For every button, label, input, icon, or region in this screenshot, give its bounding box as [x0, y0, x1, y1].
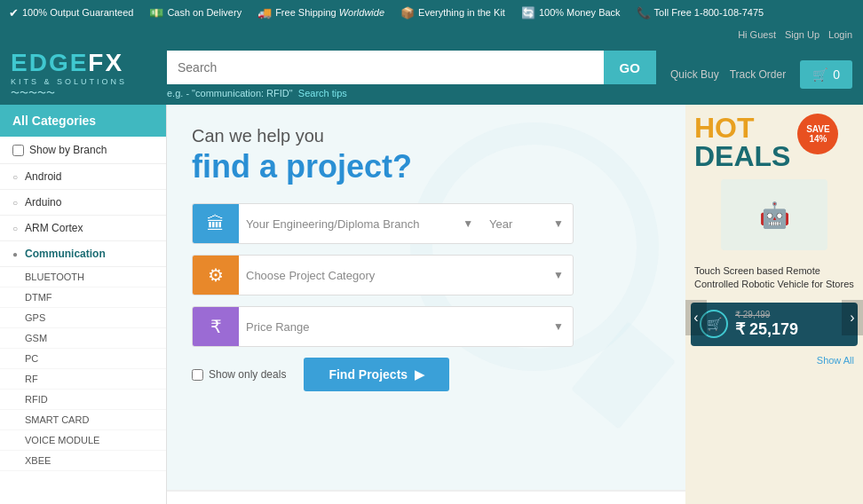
top-bar-items: ✔ 100% Output Guaranteed 💵 Cash on Deliv… — [9, 6, 764, 20]
price-icon-box: ₹ — [193, 306, 239, 347]
price-select[interactable]: Price Range — [239, 320, 544, 334]
show-deals-checkbox[interactable] — [192, 369, 203, 381]
sidebar-sub-item-rf[interactable]: RF — [0, 369, 166, 390]
box-icon: 📦 — [400, 6, 415, 20]
hot-deals-text: HOT DEALS — [694, 114, 790, 170]
sidebar-item-android[interactable]: ○ Android — [0, 164, 166, 190]
sidebar: All Categories Show by Branch ○ Android … — [0, 105, 167, 504]
category-filter-row: ⚙ Choose Project Category ▼ — [192, 255, 574, 295]
branch-select[interactable]: Your Engineering/Diploma Branch — [239, 217, 454, 231]
product-title: Touch Screen based Remote Controlled Rob… — [685, 259, 863, 297]
save-pct: 14% — [809, 134, 827, 144]
bullet-icon: ○ — [12, 224, 18, 233]
product-image: 🤖 — [721, 179, 827, 250]
sidebar-label-arm-cortex: ARM Cortex — [25, 222, 83, 234]
top-bar-kit-label: Everything in the Kit — [418, 7, 505, 18]
sidebar-sub-item-smart-card[interactable]: SMART CARD — [0, 410, 166, 430]
logo-text: EDGEFX — [11, 51, 123, 75]
branch-chevron-icon: ▼ — [454, 217, 482, 230]
show-by-branch-label: Show by Branch — [29, 144, 107, 156]
year-select[interactable]: Year — [482, 217, 544, 231]
sidebar-sub-item-gsm[interactable]: GSM — [0, 328, 166, 349]
phone-icon: 📞 — [637, 6, 651, 20]
sidebar-sub-item-gps[interactable]: GPS — [0, 308, 166, 328]
login-link[interactable]: Login — [828, 29, 852, 40]
sidebar-sub-item-pc[interactable]: PC — [0, 349, 166, 369]
bullet-icon: ○ — [12, 172, 18, 182]
cart-button[interactable]: 🛒 0 — [800, 60, 852, 89]
truck-icon: 🚚 — [257, 6, 272, 20]
refresh-icon: 🔄 — [521, 6, 535, 20]
content-area: Can we help you find a project? 🏛 Your E… — [167, 105, 685, 504]
search-tips-link[interactable]: Search tips — [298, 88, 347, 98]
find-projects-button[interactable]: Find Projects ▶ — [304, 358, 449, 391]
price-chevron-icon: ▼ — [544, 320, 573, 333]
bullet-icon: ○ — [12, 198, 18, 208]
top-bar: ✔ 100% Output Guaranteed 💵 Cash on Deliv… — [0, 0, 863, 25]
find-project-heading: Can we help you — [192, 126, 661, 146]
search-area: GO e.g. - "communication: RFID" Search t… — [167, 51, 656, 98]
new-price: ₹ 25,179 — [735, 319, 798, 339]
top-bar-item-output: ✔ 100% Output Guaranteed — [9, 6, 133, 20]
sidebar-item-arduino[interactable]: ○ Arduino — [0, 190, 166, 216]
top-bar-money-label: 100% Money Back — [539, 7, 621, 18]
logo-sub: KITS & SOLUTIONS — [11, 77, 127, 86]
show-deals-label[interactable]: Show only deals — [192, 368, 286, 381]
sidebar-item-communication[interactable]: ● Communication — [0, 241, 166, 267]
branch-year-filter-row: 🏛 Your Engineering/Diploma Branch ▼ Year… — [192, 203, 574, 244]
product-image-area: 🤖 — [685, 170, 863, 259]
price-filter-row: ₹ Price Range ▼ — [192, 306, 574, 347]
hot-deals-header: HOT DEALS SAVE 14% — [685, 105, 863, 170]
logo-wave: 〜〜〜〜〜 — [11, 87, 55, 99]
next-arrow[interactable]: › — [842, 300, 863, 335]
cart-count: 0 — [833, 67, 840, 82]
quick-buy-link[interactable]: Quick Buy — [670, 68, 719, 81]
show-all-link[interactable]: Show All — [685, 351, 863, 369]
sidebar-sub-item-dtmf[interactable]: DTMF — [0, 287, 166, 308]
logo-area: EDGEFX KITS & SOLUTIONS 〜〜〜〜〜 — [11, 51, 153, 99]
sidebar-sub-item-rfid[interactable]: RFID — [0, 390, 166, 410]
old-price: ₹ 29,499 — [735, 310, 798, 319]
prev-arrow[interactable]: ‹ — [685, 300, 707, 335]
sidebar-header: All Categories — [0, 105, 166, 137]
bullet-icon-active: ● — [12, 249, 18, 259]
top-bar-cod-label: Cash on Delivery — [167, 7, 241, 18]
sidebar-item-arm-cortex[interactable]: ○ ARM Cortex — [0, 216, 166, 241]
bottom-filter-row: Show only deals Find Projects ▶ — [192, 358, 661, 391]
deals-text: DEALS — [694, 142, 790, 170]
sidebar-sub-item-bluetooth[interactable]: BLUETOOTH — [0, 267, 166, 287]
price-area: 🛒 ₹ 29,499 ₹ 25,179 — [691, 303, 858, 346]
user-row: Hi Guest Sign Up Login — [0, 25, 863, 44]
rupee-icon: ₹ — [210, 316, 222, 337]
top-bar-item-cod: 💵 Cash on Delivery — [149, 6, 241, 20]
search-input[interactable] — [167, 51, 604, 84]
price-stack: ₹ 29,499 ₹ 25,179 — [735, 310, 798, 339]
content-inner: Can we help you find a project? 🏛 Your E… — [167, 105, 685, 413]
sign-up-link[interactable]: Sign Up — [785, 29, 819, 40]
show-by-branch-checkbox[interactable] — [12, 145, 24, 156]
cart-icon: 🛒 — [812, 67, 827, 82]
header: EDGEFX KITS & SOLUTIONS 〜〜〜〜〜 GO e.g. - … — [0, 44, 863, 105]
arrow-right-icon: ▶ — [415, 367, 424, 382]
header-right: Quick Buy Track Order 🛒 0 — [670, 60, 852, 89]
top-bar-phone-label: Toll Free 1-800-108-7475 — [654, 7, 764, 18]
show-deals-text: Show only deals — [209, 368, 286, 381]
go-button[interactable]: GO — [604, 51, 656, 84]
shipping-text: Free Shipping Worldwide — [275, 7, 384, 18]
category-icon-box: ⚙ — [193, 255, 239, 295]
hot-text: HOT — [694, 114, 790, 142]
top-bar-item-kit: 📦 Everything in the Kit — [400, 6, 505, 20]
sidebar-sub-item-voice-module[interactable]: VOICE MODULE — [0, 430, 166, 451]
cash-icon: 💵 — [149, 6, 163, 20]
save-label: SAVE — [806, 124, 830, 134]
track-order-link[interactable]: Track Order — [730, 68, 787, 81]
category-chevron-icon: ▼ — [544, 269, 573, 281]
hot-sellers-bar: HOT SELLERS SHOW ALL — [167, 490, 685, 504]
category-select[interactable]: Choose Project Category — [239, 269, 544, 282]
top-bar-item-shipping: 🚚 Free Shipping Worldwide — [257, 6, 384, 20]
sidebar-sub-item-xbee[interactable]: XBEE — [0, 451, 166, 471]
sidebar-label-arduino: Arduino — [25, 196, 61, 209]
search-hint: e.g. - "communication: RFID" Search tips — [167, 88, 656, 98]
sidebar-branch-row: Show by Branch — [0, 137, 166, 164]
year-chevron-icon: ▼ — [544, 217, 573, 230]
